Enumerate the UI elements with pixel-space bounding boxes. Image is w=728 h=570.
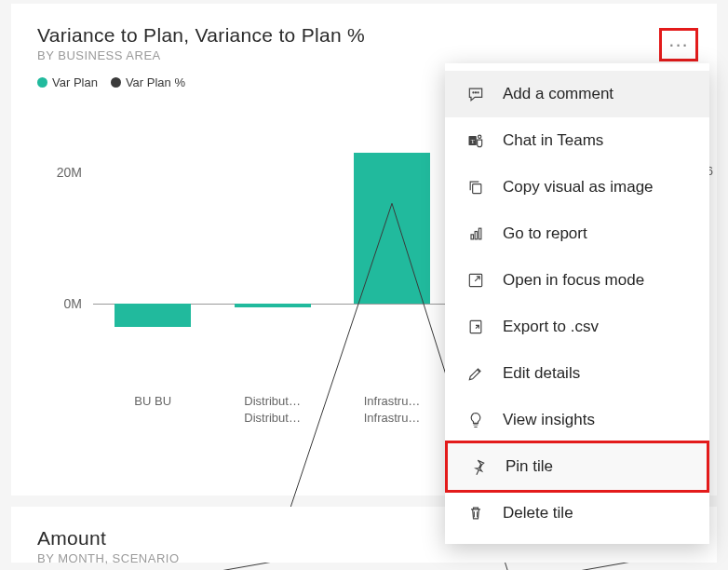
menu-item-delete[interactable]: Delete tile <box>445 490 709 536</box>
focus-icon <box>465 270 486 291</box>
menu-item-label: Edit details <box>503 364 580 383</box>
legend-item-var-plan-pct[interactable]: Var Plan % <box>111 75 185 89</box>
svg-text:T: T <box>471 138 475 144</box>
menu-item-label: Open in focus mode <box>503 271 644 290</box>
menu-item-label: View insights <box>503 411 595 429</box>
svg-point-2 <box>478 92 479 93</box>
menu-item-insights[interactable]: View insights <box>445 397 709 443</box>
legend-item-var-plan[interactable]: Var Plan <box>37 75 98 89</box>
report-icon <box>465 224 486 244</box>
chart-title: Variance to Plan, Variance to Plan % <box>37 24 691 47</box>
comment-icon <box>465 84 486 104</box>
legend-label: Var Plan <box>52 75 98 89</box>
menu-item-edit[interactable]: Edit details <box>445 350 709 397</box>
x-tick-label: BU BU <box>93 387 212 443</box>
legend-label: Var Plan % <box>126 75 185 89</box>
svg-point-1 <box>475 92 476 93</box>
context-menu: Add a commentTChat in TeamsCopy visual a… <box>445 63 709 544</box>
menu-item-comment[interactable]: Add a comment <box>445 71 709 117</box>
chart-subtitle: BY BUSINESS AREA <box>37 48 691 62</box>
chart-subtitle: BY MONTH, SCENARIO <box>37 551 691 565</box>
svg-rect-9 <box>479 228 481 239</box>
ellipsis-icon: ··· <box>668 33 688 57</box>
insights-icon <box>465 410 486 430</box>
menu-item-label: Chat in Teams <box>503 131 603 150</box>
menu-item-export[interactable]: Export to .csv <box>445 304 709 350</box>
svg-point-5 <box>479 135 481 138</box>
x-tick-label: Distribut…Distribut… <box>212 387 331 443</box>
y-tick: 20M <box>32 165 82 180</box>
svg-rect-11 <box>470 320 481 332</box>
more-options-button[interactable]: ··· <box>659 28 698 61</box>
menu-item-report[interactable]: Go to report <box>445 210 709 257</box>
svg-rect-7 <box>471 235 474 239</box>
y-axis: 20M 0M <box>32 108 88 387</box>
copy-icon <box>465 177 486 197</box>
menu-item-label: Go to report <box>503 224 587 243</box>
svg-point-0 <box>473 92 474 93</box>
menu-item-focus[interactable]: Open in focus mode <box>445 257 709 304</box>
menu-item-label: Pin tile <box>506 457 553 476</box>
menu-item-label: Copy visual as image <box>503 178 654 197</box>
menu-item-copy[interactable]: Copy visual as image <box>445 164 709 210</box>
export-icon <box>465 317 486 337</box>
menu-item-pin[interactable]: Pin tile <box>445 441 709 493</box>
menu-item-label: Export to .csv <box>503 318 599 336</box>
svg-rect-8 <box>475 232 478 239</box>
delete-icon <box>465 503 486 523</box>
menu-item-label: Delete tile <box>503 504 573 522</box>
teams-icon: T <box>465 130 486 151</box>
menu-item-label: Add a comment <box>503 85 613 103</box>
legend-swatch <box>111 77 121 88</box>
x-tick-label: Infrastru…Infrastru… <box>332 387 452 443</box>
legend-swatch <box>37 77 47 88</box>
svg-rect-6 <box>473 184 481 194</box>
menu-item-teams[interactable]: TChat in Teams <box>445 117 709 164</box>
edit-icon <box>465 363 486 384</box>
y-tick: 0M <box>32 296 82 311</box>
pin-icon <box>468 456 489 477</box>
